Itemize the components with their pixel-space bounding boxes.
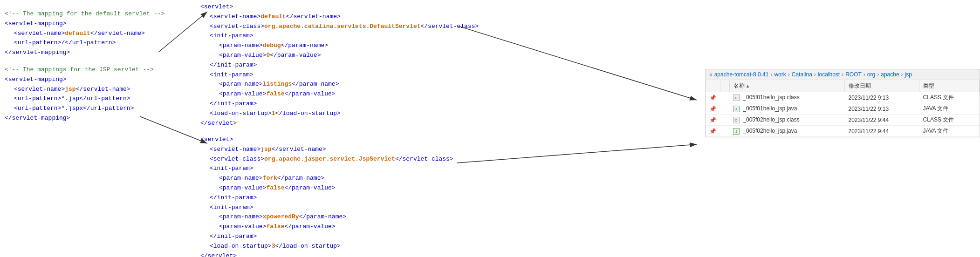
th-sort-indicator (720, 80, 729, 92)
mb-param-value-false1: <param-value>false</param-value> (200, 183, 475, 193)
file-date-3: 2023/11/22 9:44 (844, 115, 919, 126)
mt-param-value-false: <param-value>false</param-value> (200, 89, 475, 99)
pin-col-3: 📌 (706, 115, 720, 126)
file-type-3: CLASS 文件 (919, 115, 980, 126)
th-date[interactable]: 修改日期 (844, 80, 919, 92)
mb-param-name-fork: <param-name>fork</param-name> (200, 174, 475, 183)
sort-col-4 (720, 126, 729, 137)
tag-servlet-name-default: <servlet-name>default</servlet-name> (5, 29, 168, 39)
sort-arrow-name: ▲ (746, 83, 750, 88)
breadcrumb-work[interactable]: work (774, 71, 786, 78)
sort-col-3 (720, 115, 729, 126)
breadcrumb-sep5: › (863, 71, 865, 78)
tag-servlet-mapping-close2: </servlet-mapping> (5, 114, 168, 123)
breadcrumb-sep7: › (901, 71, 903, 78)
mb-init-param-open1: <init-param> (200, 164, 475, 174)
pin-col-1: 📌 (706, 92, 720, 103)
java-icon-2: J (733, 128, 740, 135)
th-type[interactable]: 类型 (919, 80, 980, 92)
class-icon-2: C (733, 117, 740, 123)
mb-param-value-false2: <param-value>false</param-value> (200, 222, 475, 232)
breadcrumb-sep3: › (814, 71, 816, 78)
mb-init-param-close2: </init-param> (200, 232, 475, 242)
comment-jsp: <!-- The mappings for the JSP servlet --… (5, 65, 168, 75)
table-row[interactable]: 📌 C _005f02hello_jsp.class 2023/11/22 9:… (706, 115, 980, 126)
middle-top-panel: <servlet> <servlet-name>default</servlet… (200, 2, 475, 128)
breadcrumb-tomcat[interactable]: apache-tomcat-8.0.41 (714, 71, 769, 78)
class-icon-1: C (733, 95, 740, 101)
table-header-row: 名称 ▲ 修改日期 类型 (706, 80, 980, 92)
tag-servlet-mapping-open: <servlet-mapping> (5, 19, 168, 29)
tag-url-pattern-jsp: <url-pattern>*.jsp</url-pattern> (5, 94, 168, 104)
breadcrumb-catalina[interactable]: Catalina (792, 71, 812, 78)
table-row[interactable]: 📌 J _005f01hello_jsp.java 2023/11/22 9:1… (706, 103, 980, 115)
mt-load-on-startup: <load-on-startup>1</load-on-startup> (200, 109, 475, 119)
col-name-label: 名称 (733, 82, 745, 90)
file-name-2: J _005f01hello_jsp.java (729, 103, 844, 115)
file-date-2: 2023/11/22 9:13 (844, 103, 919, 115)
tag-servlet-mapping-open2: <servlet-mapping> (5, 75, 168, 85)
mb-servlet-open: <servlet> (200, 135, 475, 145)
mt-param-name-listings: <param-name>listings</param-name> (200, 80, 475, 89)
file-name-text-1: _005f01hello_jsp.class (743, 94, 799, 101)
file-date-4: 2023/11/22 9:44 (844, 126, 919, 137)
main-container: <!-- The mapping for the default servlet… (0, 0, 980, 257)
file-name-4: J _005f02hello_jsp.java (729, 126, 844, 137)
file-name-3: C _005f02hello_jsp.class (729, 115, 844, 126)
file-type-4: JAVA 文件 (919, 126, 980, 137)
mt-servlet-name: <servlet-name>default</servlet-name> (200, 12, 475, 22)
breadcrumb-root[interactable]: ROOT (845, 71, 862, 78)
mb-init-param-open2: <init-param> (200, 203, 475, 213)
breadcrumb-sep0: « (709, 71, 713, 78)
svg-line-3 (457, 26, 697, 100)
breadcrumb-localhost[interactable]: localhost (818, 71, 840, 78)
mb-servlet-name: <servlet-name>jsp</servlet-name> (200, 145, 475, 155)
sort-col-1 (720, 92, 729, 103)
java-icon-1: J (733, 106, 740, 112)
left-xml-panel: <!-- The mapping for the default servlet… (0, 0, 172, 133)
file-name-text-2: _005f01hello_jsp.java (743, 105, 797, 112)
breadcrumb-sep6: › (877, 71, 879, 78)
mt-servlet-class: <servlet-class>org.apache.catalina.servl… (200, 22, 475, 32)
right-file-panel: « apache-tomcat-8.0.41 › work › Catalina… (705, 69, 980, 137)
mb-servlet-class: <servlet-class>org.apache.jasper.servlet… (200, 155, 475, 164)
mt-param-name-debug: <param-name>debug</param-name> (200, 41, 475, 51)
mt-init-param-open1: <init-param> (200, 31, 475, 41)
file-date-1: 2023/11/22 9:13 (844, 92, 919, 103)
breadcrumb-sep4: › (842, 71, 843, 78)
breadcrumb-sep2: › (788, 71, 790, 78)
mt-init-param-close2: </init-param> (200, 99, 475, 109)
th-name[interactable]: 名称 ▲ (729, 80, 844, 92)
file-type-1: CLASS 文件 (919, 92, 980, 103)
tag-servlet-name-jsp: <servlet-name>jsp</servlet-name> (5, 85, 168, 95)
breadcrumb-apache[interactable]: apache (881, 71, 899, 78)
file-type-2: JAVA 文件 (919, 103, 980, 115)
mb-servlet-close: </servlet> (200, 251, 475, 257)
file-name-text-3: _005f02hello_jsp.class (743, 116, 799, 123)
breadcrumb-jsp[interactable]: jsp (905, 71, 912, 78)
breadcrumb-sep1: › (770, 71, 772, 78)
spacer1 (5, 58, 168, 65)
mb-load-on-startup: <load-on-startup>3</load-on-startup> (200, 242, 475, 251)
tag-url-pattern-jspx: <url-pattern>*.jspx</url-pattern> (5, 104, 168, 114)
mt-init-param-close1: </init-param> (200, 61, 475, 70)
table-row[interactable]: 📌 C _005f01hello_jsp.class 2023/11/22 9:… (706, 92, 980, 103)
tag-servlet-mapping-close1: </servlet-mapping> (5, 48, 168, 58)
middle-bottom-panel: <servlet> <servlet-name>jsp</servlet-nam… (200, 135, 475, 257)
sort-col-2 (720, 103, 729, 115)
comment-default: <!-- The mapping for the default servlet… (5, 9, 168, 19)
pin-col-2: 📌 (706, 103, 720, 115)
breadcrumb: « apache-tomcat-8.0.41 › work › Catalina… (706, 69, 980, 80)
mb-param-name-xpowered: <param-name>xpoweredBy</param-name> (200, 212, 475, 222)
th-pin (706, 80, 720, 92)
file-table: 名称 ▲ 修改日期 类型 📌 C _005f01hello_jsp.class (706, 80, 980, 137)
mt-servlet-close: </servlet> (200, 119, 475, 128)
mt-servlet-open: <servlet> (200, 2, 475, 12)
table-row[interactable]: 📌 J _005f02hello_jsp.java 2023/11/22 9:4… (706, 126, 980, 137)
tag-url-pattern-root: <url-pattern>/</url-pattern> (5, 38, 168, 48)
mb-init-param-close1: </init-param> (200, 193, 475, 203)
mt-param-value-0: <param-value>0</param-value> (200, 51, 475, 61)
file-name-1: C _005f01hello_jsp.class (729, 92, 844, 103)
file-name-text-4: _005f02hello_jsp.java (743, 128, 797, 134)
breadcrumb-org[interactable]: org (867, 71, 875, 78)
